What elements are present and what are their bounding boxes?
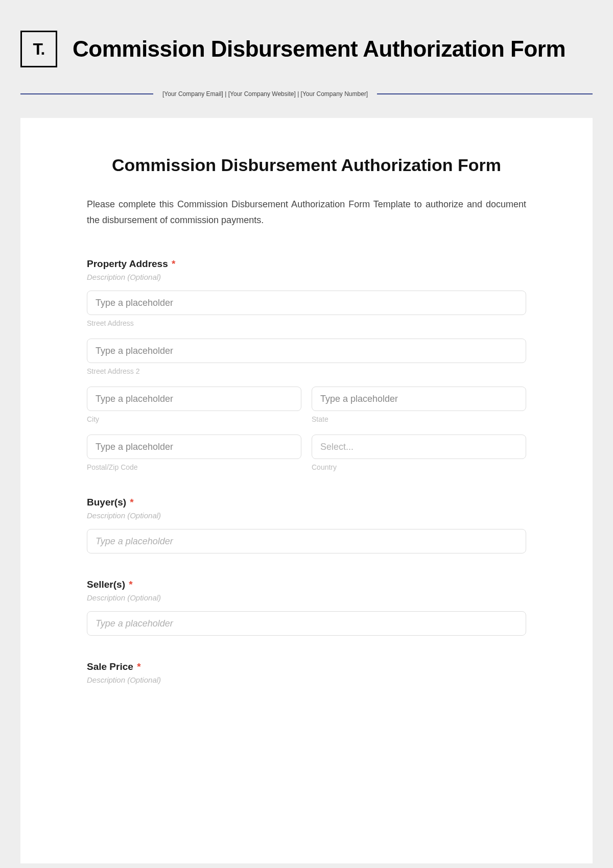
divider-line-right (377, 93, 593, 94)
sale-price-section: Sale Price * Description (Optional) (87, 661, 526, 684)
buyers-input[interactable] (87, 529, 526, 553)
required-star: * (129, 579, 132, 590)
header-area: T. Commission Disbursement Authorization… (0, 0, 613, 863)
form-card: Commission Disbursement Authorization Fo… (20, 118, 593, 863)
sellers-label: Seller(s) * (87, 579, 526, 590)
state-input[interactable] (312, 387, 526, 411)
country-select[interactable]: Select... (312, 435, 526, 459)
city-cell: City (87, 387, 301, 423)
postal-input[interactable] (87, 435, 301, 459)
country-cell: Select... Country (312, 435, 526, 471)
label-text: Property Address (87, 258, 168, 269)
street2-sublabel: Street Address 2 (87, 367, 526, 375)
street1-sublabel: Street Address (87, 319, 526, 327)
header-top: T. Commission Disbursement Authorization… (20, 31, 593, 67)
postal-cell: Postal/Zip Code (87, 435, 301, 471)
company-info: [Your Company Email] | [Your Company Web… (162, 90, 368, 98)
city-input[interactable] (87, 387, 301, 411)
header-divider: [Your Company Email] | [Your Company Web… (20, 90, 593, 98)
buyers-desc: Description (Optional) (87, 511, 526, 520)
street2-input[interactable] (87, 339, 526, 363)
postal-country-row: Postal/Zip Code Select... Country (87, 435, 526, 471)
label-text: Sale Price (87, 661, 133, 672)
property-address-desc: Description (Optional) (87, 273, 526, 281)
state-sublabel: State (312, 415, 526, 423)
label-text: Buyer(s) (87, 497, 126, 508)
property-address-label: Property Address * (87, 258, 526, 270)
logo: T. (20, 31, 57, 67)
buyers-section: Buyer(s) * Description (Optional) (87, 497, 526, 553)
form-intro: Please complete this Commission Disburse… (87, 197, 526, 228)
street1-row: Street Address (87, 291, 526, 327)
required-star: * (137, 661, 140, 672)
form-heading: Commission Disbursement Authorization Fo… (87, 154, 526, 176)
sellers-section: Seller(s) * Description (Optional) (87, 579, 526, 636)
buyers-label: Buyer(s) * (87, 497, 526, 508)
city-sublabel: City (87, 415, 301, 423)
page-title: Commission Disbursement Authorization Fo… (73, 36, 565, 62)
city-state-row: City State (87, 387, 526, 423)
state-cell: State (312, 387, 526, 423)
country-sublabel: Country (312, 463, 526, 471)
label-text: Seller(s) (87, 579, 125, 590)
postal-sublabel: Postal/Zip Code (87, 463, 301, 471)
street1-input[interactable] (87, 291, 526, 315)
country-placeholder: Select... (320, 442, 353, 452)
street2-row: Street Address 2 (87, 339, 526, 375)
sellers-input[interactable] (87, 611, 526, 636)
sellers-desc: Description (Optional) (87, 593, 526, 602)
sale-price-desc: Description (Optional) (87, 676, 526, 684)
divider-line-left (20, 93, 153, 94)
property-address-section: Property Address * Description (Optional… (87, 258, 526, 471)
sale-price-label: Sale Price * (87, 661, 526, 672)
required-star: * (172, 258, 175, 269)
required-star: * (130, 497, 133, 508)
